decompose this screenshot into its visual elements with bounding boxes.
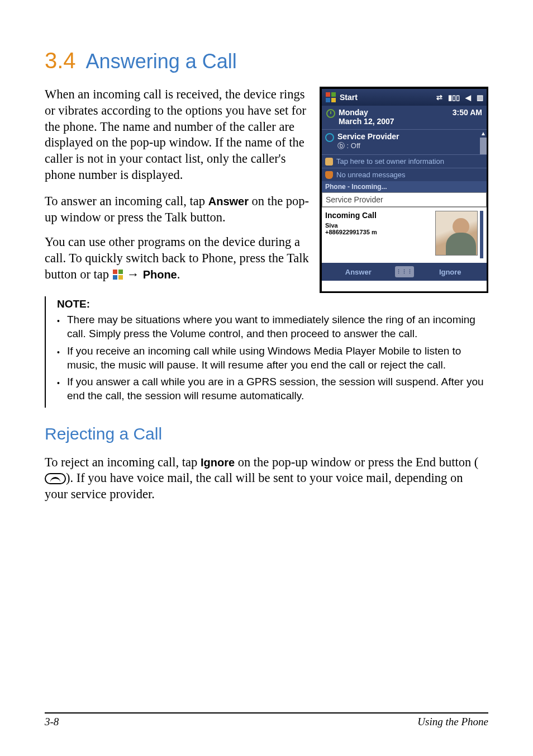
svg-rect-3 bbox=[118, 275, 123, 280]
end-button-icon bbox=[45, 473, 66, 484]
speaker-icon[interactable]: ◀ bbox=[465, 93, 471, 102]
arrow-icon: → bbox=[123, 267, 143, 281]
device-screenshot: Start ⇄ ▮▯▯ ◀ ▥ Monday March 12, 2007 3:… bbox=[320, 87, 488, 293]
title-bar[interactable]: Start ⇄ ▮▯▯ ◀ ▥ bbox=[322, 89, 487, 106]
p2-text-a: To answer an incoming call, tap bbox=[45, 194, 208, 208]
date-label: March 12, 2007 bbox=[339, 117, 453, 126]
page-number: 3-8 bbox=[45, 716, 59, 728]
softkey-bar: Answer ⋮⋮⋮ Ignore bbox=[322, 263, 487, 281]
service-provider-bar[interactable]: Service Provider ⓑ : Off ▲ bbox=[322, 129, 487, 154]
svg-rect-1 bbox=[118, 270, 123, 274]
svg-rect-2 bbox=[113, 275, 117, 280]
provider-icon bbox=[325, 133, 334, 142]
page-footer: 3-8 Using the Phone bbox=[45, 712, 488, 728]
note-block: NOTE: There may be situations where you … bbox=[45, 296, 488, 408]
incoming-call-popup: Incoming Call Siva +886922991735 m bbox=[322, 207, 487, 263]
caller-number: +886922991735 m bbox=[325, 229, 435, 235]
rejecting-paragraph: To reject an incoming call, tap Ignore o… bbox=[45, 455, 488, 503]
incoming-call-label: Incoming Call bbox=[325, 211, 435, 220]
chapter-title: Using the Phone bbox=[417, 716, 488, 728]
battery-icon[interactable]: ▥ bbox=[477, 93, 483, 102]
owner-info-bar[interactable]: Tap here to set owner information bbox=[322, 154, 487, 168]
owner-info-label: Tap here to set owner information bbox=[336, 157, 444, 166]
service-provider-label: Service Provider bbox=[337, 132, 399, 141]
ignore-label: Ignore bbox=[201, 456, 235, 469]
start-label[interactable]: Start bbox=[340, 93, 358, 102]
paragraph-3: You can use other programs on the device… bbox=[45, 234, 310, 282]
rej-text-c: on the pop-up window or press the End bu… bbox=[235, 455, 478, 469]
day-label: Monday bbox=[339, 108, 453, 117]
signal-icon[interactable]: ▮▯▯ bbox=[448, 93, 460, 102]
phone-label: Phone bbox=[143, 268, 177, 281]
messages-label: No unread messages bbox=[336, 171, 406, 179]
date-bar[interactable]: Monday March 12, 2007 3:50 AM bbox=[322, 106, 487, 129]
note-item: If you answer a call while you are in a … bbox=[67, 375, 488, 403]
svg-rect-6 bbox=[326, 98, 330, 102]
scrollbar[interactable]: ▲ bbox=[480, 130, 487, 154]
answer-softkey[interactable]: Answer bbox=[322, 268, 395, 276]
svg-rect-0 bbox=[113, 270, 117, 274]
section-heading: 3.4Answering a Call bbox=[45, 48, 488, 73]
svg-rect-4 bbox=[326, 92, 330, 97]
clock-icon bbox=[326, 109, 335, 118]
subsection-heading: Rejecting a Call bbox=[45, 424, 488, 443]
service-provider-field: Service Provider bbox=[322, 192, 487, 207]
incoming-title-bar: Phone - Incoming... bbox=[322, 181, 487, 192]
connectivity-icon[interactable]: ⇄ bbox=[436, 93, 442, 102]
caller-name: Siva bbox=[325, 222, 435, 229]
rej-text-d: ). If you have voice mail, the call will… bbox=[45, 471, 463, 501]
note-item: If you receive an incoming call while us… bbox=[67, 344, 488, 372]
start-icon bbox=[112, 268, 123, 280]
paragraph-1: When an incoming call is received, the d… bbox=[45, 87, 310, 183]
popup-scrollbar[interactable] bbox=[480, 211, 483, 258]
messages-bar[interactable]: No unread messages bbox=[322, 168, 487, 181]
keyboard-icon[interactable]: ⋮⋮⋮ bbox=[395, 266, 414, 277]
messages-icon bbox=[325, 171, 333, 179]
note-item: There may be situations where you want t… bbox=[67, 313, 488, 341]
answer-label: Answer bbox=[208, 195, 249, 207]
heading-number: 3.4 bbox=[45, 48, 76, 73]
svg-rect-7 bbox=[331, 98, 336, 102]
time-label: 3:50 AM bbox=[453, 108, 482, 126]
scroll-up-icon[interactable]: ▲ bbox=[480, 130, 487, 138]
owner-icon bbox=[325, 158, 333, 166]
paragraph-2: To answer an incoming call, tap Answer o… bbox=[45, 193, 310, 226]
rej-text-a: To reject an incoming call, tap bbox=[45, 455, 201, 469]
note-heading: NOTE: bbox=[57, 297, 488, 311]
svg-rect-5 bbox=[331, 92, 336, 97]
caller-photo bbox=[435, 211, 478, 256]
bluetooth-status: ⓑ : Off bbox=[337, 141, 478, 151]
ignore-softkey[interactable]: Ignore bbox=[414, 268, 487, 276]
heading-title: Answering a Call bbox=[86, 50, 237, 73]
windows-icon[interactable] bbox=[325, 92, 336, 103]
p3-text-d: . bbox=[177, 267, 180, 281]
